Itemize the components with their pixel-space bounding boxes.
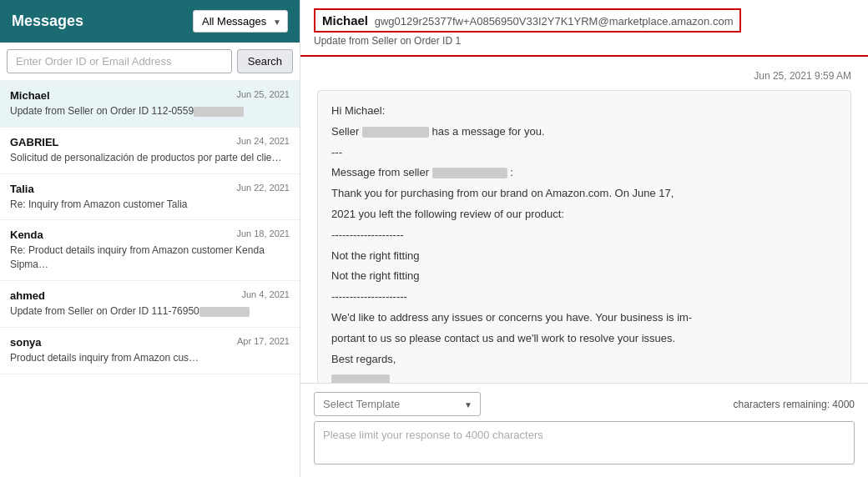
msg-line: Thank you for purchasing from our brand … <box>331 185 837 203</box>
filter-select[interactable]: All Messages <box>193 10 288 33</box>
left-panel: Messages All Messages Search Michael Jun… <box>0 0 300 477</box>
message-date: Jun 4, 2021 <box>242 289 290 299</box>
message-preview: Update from Seller on Order ID 112-0559 <box>10 104 290 118</box>
msg-line: Not the right fitting <box>331 248 837 265</box>
msg-line <box>331 371 837 383</box>
message-date: Jun 22, 2021 <box>236 183 290 193</box>
list-item[interactable]: GABRIEL Jun 24, 2021 Solicitud de person… <box>0 128 300 174</box>
msg-line: -------------------- <box>331 227 837 244</box>
message-subject: Update from Seller on Order ID 1 <box>314 35 855 47</box>
recipient-name: Michael <box>322 13 368 28</box>
msg-line: 2021 you left the following review of ou… <box>331 206 837 223</box>
message-preview: Re: Product details inquiry from Amazon … <box>10 244 290 272</box>
msg-line: Message from seller : <box>331 164 837 182</box>
message-timestamp: Jun 25, 2021 9:59 AM <box>317 70 851 82</box>
sender-name: sonya <box>10 336 42 349</box>
filter-select-wrapper[interactable]: All Messages <box>193 10 288 33</box>
reply-area: Select Template characters remaining: 40… <box>300 383 868 477</box>
template-select[interactable]: Select Template <box>314 392 481 416</box>
message-date: Jun 25, 2021 <box>236 89 290 99</box>
msg-line: --- <box>331 144 837 162</box>
message-content-area: Jun 25, 2021 9:59 AM Hi Michael: Seller … <box>300 57 868 383</box>
chars-remaining: characters remaining: 4000 <box>734 399 855 410</box>
list-item[interactable]: Talia Jun 22, 2021 Re: Inquiry from Amaz… <box>0 174 300 221</box>
message-date: Jun 18, 2021 <box>236 228 290 238</box>
right-header: Michael gwg0129r25377fw+A0856950V33I2Y7K… <box>300 0 868 57</box>
msg-line: Not the right fitting <box>331 268 837 285</box>
message-preview: Solicitud de personalización de producto… <box>10 151 290 165</box>
sender-name: ahmed <box>10 289 45 302</box>
sender-name: Michael <box>10 89 50 102</box>
left-header: Messages All Messages <box>0 0 300 43</box>
msg-line: --------------------- <box>331 289 837 306</box>
recipient-header-box: Michael gwg0129r25377fw+A0856950V33I2Y7K… <box>314 8 741 33</box>
message-list: Michael Jun 25, 2021 Update from Seller … <box>0 81 300 477</box>
sender-name: Talia <box>10 183 34 195</box>
list-item[interactable]: Michael Jun 25, 2021 Update from Seller … <box>0 81 300 128</box>
message-preview: Re: Inquiry from Amazon customer Talia <box>10 198 290 212</box>
message-date: Jun 24, 2021 <box>236 136 290 146</box>
messages-title: Messages <box>12 13 83 30</box>
message-preview: Update from Seller on Order ID 111-76950 <box>10 304 290 319</box>
search-bar: Search <box>0 43 300 81</box>
reply-toolbar: Select Template characters remaining: 40… <box>314 392 855 416</box>
right-panel: Michael gwg0129r25377fw+A0856950V33I2Y7K… <box>300 0 868 477</box>
sender-name: GABRIEL <box>10 136 59 148</box>
recipient-email: gwg0129r25377fw+A0856950V33I2Y7K1YRM@mar… <box>375 15 734 28</box>
list-item[interactable]: sonya Apr 17, 2021 Product details inqui… <box>0 328 300 374</box>
search-button[interactable]: Search <box>237 49 293 73</box>
list-item[interactable]: ahmed Jun 4, 2021 Update from Seller on … <box>0 281 300 328</box>
msg-line: Hi Michael: <box>331 103 837 120</box>
msg-line: We'd like to address any issues or conce… <box>331 309 837 327</box>
msg-line: Best regards, <box>331 351 837 369</box>
msg-line: portant to us so please contact us and w… <box>331 330 837 348</box>
search-input[interactable] <box>7 49 232 73</box>
message-date: Apr 17, 2021 <box>237 336 290 346</box>
msg-line: Seller has a message for you. <box>331 123 837 141</box>
sender-name: Kenda <box>10 228 43 241</box>
message-preview: Product details inquiry from Amazon cus… <box>10 351 290 365</box>
list-item[interactable]: Kenda Jun 18, 2021 Re: Product details i… <box>0 220 300 281</box>
template-select-wrapper[interactable]: Select Template <box>314 392 481 416</box>
reply-textarea[interactable] <box>314 421 855 464</box>
message-bubble: Hi Michael: Seller has a message for you… <box>317 90 851 383</box>
